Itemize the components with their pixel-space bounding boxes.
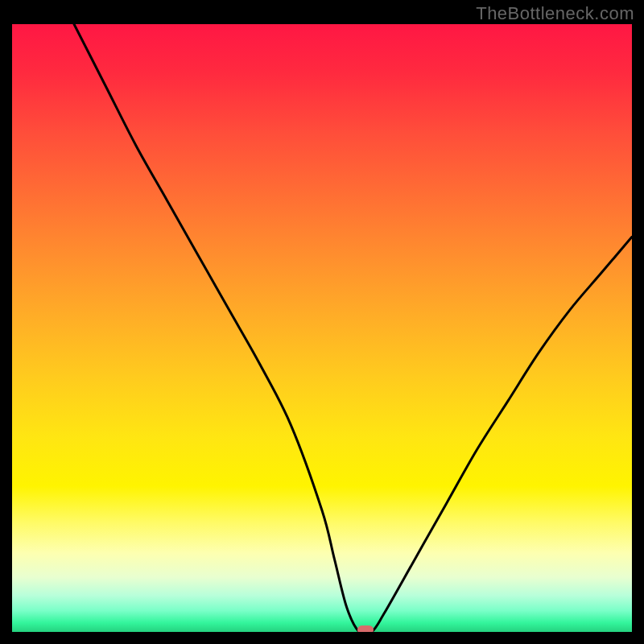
bottleneck-curve	[12, 24, 632, 632]
minimum-marker	[357, 625, 374, 632]
chart-frame: TheBottleneck.com	[0, 0, 644, 644]
plot-area	[12, 24, 632, 632]
watermark-text: TheBottleneck.com	[476, 3, 634, 24]
